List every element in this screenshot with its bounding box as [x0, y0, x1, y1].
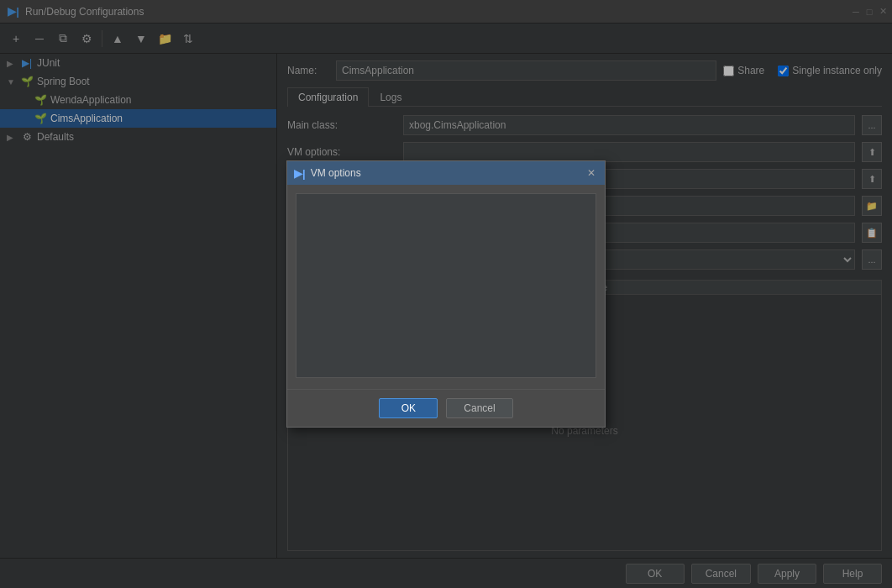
modal-title-content: ▶| VM options	[294, 167, 361, 180]
modal-title-icon: ▶|	[294, 167, 306, 180]
modal-title-text: VM options	[311, 167, 361, 179]
vm-options-modal: ▶| VM options ✕ OK Cancel	[286, 160, 606, 428]
modal-overlay: ▶| VM options ✕ OK Cancel	[0, 0, 892, 588]
modal-title-bar: ▶| VM options ✕	[287, 161, 605, 185]
modal-body	[287, 185, 605, 389]
modal-close-btn[interactable]: ✕	[585, 166, 598, 180]
modal-cancel-btn[interactable]: Cancel	[446, 398, 512, 418]
modal-footer: OK Cancel	[287, 389, 605, 427]
modal-ok-btn[interactable]: OK	[379, 398, 438, 418]
modal-textarea[interactable]	[296, 193, 596, 378]
